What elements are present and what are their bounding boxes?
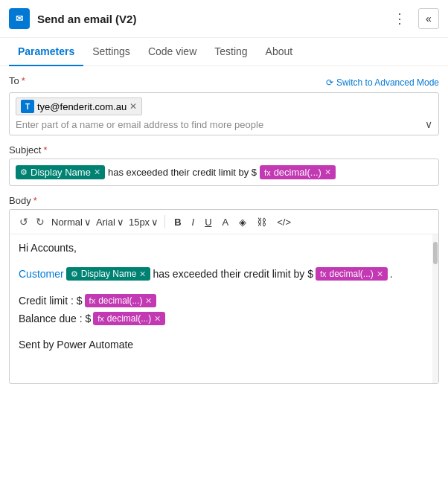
body-field-section: Body * ↺ ↻ Normal ∨ Arial ∨ 15px xyxy=(9,195,439,384)
size-select[interactable]: 15px ∨ xyxy=(129,217,159,228)
email-tag: T tye@fenderit.com.au ✕ xyxy=(16,97,142,115)
body-period: . xyxy=(390,268,393,280)
remove-subject-display-name-button[interactable]: ✕ xyxy=(94,167,100,177)
body-label: Body * xyxy=(9,195,439,206)
remove-subject-decimal-button[interactable]: ✕ xyxy=(324,167,331,177)
code-view-button[interactable]: </> xyxy=(274,215,294,229)
more-options-icon[interactable]: ⋮ xyxy=(388,7,412,30)
remove-email-button[interactable]: ✕ xyxy=(129,101,137,112)
panel-title: Send an email (V2) xyxy=(37,13,136,25)
chevron-down-icon[interactable]: ∨ xyxy=(425,118,432,130)
search-placeholder: Enter part of a name or email address to… xyxy=(16,119,263,130)
body-decimal-token-1[interactable]: fx decimal(...) ✕ xyxy=(316,267,388,281)
body-toolbar: ↺ ↻ Normal ∨ Arial ∨ 15px ∨ B I U xyxy=(10,210,438,234)
to-label: To * xyxy=(9,75,25,86)
balance-due-text: Balance due : $ xyxy=(19,313,91,324)
signature-text: Sent by Power Automate xyxy=(19,339,133,351)
collapse-button[interactable]: « xyxy=(418,8,439,29)
to-input-box[interactable]: T tye@fenderit.com.au ✕ Enter part of a … xyxy=(9,92,439,135)
subject-label: Subject * xyxy=(9,144,439,156)
body-line-empty-2 xyxy=(19,285,429,289)
body-line-balance: Balance due : $ fx decimal(...) ✕ xyxy=(19,312,429,325)
size-label: 15px xyxy=(129,217,150,228)
body-line-main: Customer ⚙ Display Name ✕ has exceeded t… xyxy=(19,267,429,281)
subject-display-name-token[interactable]: ⚙ Display Name ✕ xyxy=(16,165,105,179)
font-label: Arial xyxy=(96,217,115,228)
credit-limit-text: Credit limit : $ xyxy=(19,295,83,307)
body-line-greeting: Hi Accounts, xyxy=(19,242,429,254)
style-select[interactable]: Normal ∨ xyxy=(51,217,92,228)
body-decimal-token-3[interactable]: fx decimal(...) ✕ xyxy=(93,312,165,325)
link-button[interactable]: ⛓ xyxy=(254,215,269,229)
remove-body-display-name-button[interactable]: ✕ xyxy=(139,269,146,279)
token-label: decimal(...) xyxy=(98,295,142,306)
to-required-marker: * xyxy=(22,75,25,86)
token-label: decimal(...) xyxy=(107,313,151,324)
bold-button[interactable]: B xyxy=(171,215,184,229)
body-static-text: has exceeded their credit limit by $ xyxy=(153,268,313,280)
collapse-icon: « xyxy=(426,13,432,25)
token-gear-icon: ⚙ xyxy=(71,269,78,279)
remove-body-decimal-2-button[interactable]: ✕ xyxy=(145,296,152,306)
font-chevron-icon: ∨ xyxy=(117,217,124,228)
token-fx-icon: fx xyxy=(97,314,104,323)
redo-button[interactable]: ↻ xyxy=(33,214,47,229)
style-chevron-icon: ∨ xyxy=(84,217,92,228)
switch-advanced-mode-button[interactable]: ⟳ Switch to Advanced Mode xyxy=(326,77,439,88)
body-scrollbar-thumb[interactable] xyxy=(433,242,438,264)
token-fx-icon: fx xyxy=(264,168,271,177)
size-chevron-icon: ∨ xyxy=(151,217,159,228)
body-line-signature: Sent by Power Automate xyxy=(19,339,429,351)
tab-testing[interactable]: Testing xyxy=(205,38,256,66)
to-field-section: To * ⟳ Switch to Advanced Mode T tye@fen… xyxy=(9,75,439,135)
subject-static-text: has exceeded their credit limit by $ xyxy=(108,167,257,178)
token-gear-icon: ⚙ xyxy=(20,167,28,177)
body-editor: ↺ ↻ Normal ∨ Arial ∨ 15px ∨ B I U xyxy=(9,209,439,384)
remove-body-decimal-3-button[interactable]: ✕ xyxy=(154,314,161,324)
panel-header: ✉ Send an email (V2) ⋮ « xyxy=(0,0,448,38)
tab-codeview[interactable]: Code view xyxy=(139,38,205,66)
undo-button[interactable]: ↺ xyxy=(17,214,31,229)
style-label: Normal xyxy=(51,217,83,228)
body-content-wrapper: Hi Accounts, Customer ⚙ Display Name ✕ h… xyxy=(10,234,438,383)
body-required-marker: * xyxy=(33,195,37,206)
token-label: decimal(...) xyxy=(330,269,374,279)
customer-link[interactable]: Customer xyxy=(19,268,64,280)
greeting-text: Hi Accounts, xyxy=(19,242,77,254)
to-header-row: To * ⟳ Switch to Advanced Mode xyxy=(9,75,439,89)
body-scroll-area: Hi Accounts, Customer ⚙ Display Name ✕ h… xyxy=(10,234,438,383)
avatar: T xyxy=(21,100,34,113)
token-fx-icon: fx xyxy=(89,296,96,305)
subject-field-section: Subject * ⚙ Display Name ✕ has exceeded … xyxy=(9,144,439,186)
token-label: decimal(...) xyxy=(274,167,321,178)
search-row: Enter part of a name or email address to… xyxy=(16,118,432,130)
tab-bar: Parameters Settings Code view Testing Ab… xyxy=(0,38,448,66)
body-text-content[interactable]: Hi Accounts, Customer ⚙ Display Name ✕ h… xyxy=(10,234,438,383)
content-area: To * ⟳ Switch to Advanced Mode T tye@fen… xyxy=(0,66,448,472)
body-display-name-token[interactable]: ⚙ Display Name ✕ xyxy=(66,267,151,281)
tab-settings[interactable]: Settings xyxy=(83,38,139,66)
font-select[interactable]: Arial ∨ xyxy=(96,217,124,228)
body-line-credit: Credit limit : $ fx decimal(...) ✕ xyxy=(19,294,429,307)
body-decimal-token-2[interactable]: fx decimal(...) ✕ xyxy=(85,294,157,307)
to-tags-container: T tye@fenderit.com.au ✕ xyxy=(16,97,432,115)
email-address: tye@fenderit.com.au xyxy=(37,101,127,112)
subject-input-box[interactable]: ⚙ Display Name ✕ has exceeded their cred… xyxy=(9,159,439,186)
highlight-button[interactable]: ◈ xyxy=(236,215,249,229)
italic-button[interactable]: I xyxy=(189,215,198,229)
body-scrollbar[interactable] xyxy=(432,234,438,383)
font-color-button[interactable]: A xyxy=(220,215,232,229)
body-line-empty-3 xyxy=(19,330,429,334)
tab-about[interactable]: About xyxy=(257,38,302,66)
undo-redo-group: ↺ ↻ xyxy=(17,214,47,229)
subject-decimal-token[interactable]: fx decimal(...) ✕ xyxy=(260,165,336,179)
app-icon: ✉ xyxy=(9,8,30,29)
remove-body-decimal-1-button[interactable]: ✕ xyxy=(377,269,383,279)
body-line-empty-1 xyxy=(19,258,429,263)
subject-required-marker: * xyxy=(43,144,47,156)
switch-icon: ⟳ xyxy=(326,77,333,88)
header-right: ⋮ « xyxy=(388,7,439,30)
token-label: Display Name xyxy=(31,167,91,178)
underline-button[interactable]: U xyxy=(202,215,214,229)
tab-parameters[interactable]: Parameters xyxy=(9,38,83,66)
